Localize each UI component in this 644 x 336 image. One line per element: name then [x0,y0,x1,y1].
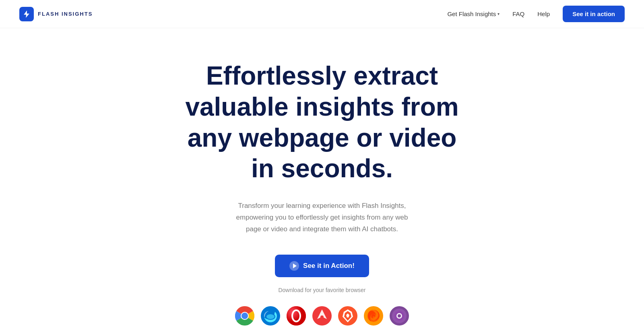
svg-point-18 [398,314,401,317]
svg-point-10 [320,315,324,319]
edge-icon[interactable] [261,306,280,326]
logo[interactable]: FLASH INSIGHTS [19,7,93,21]
play-icon [289,261,299,271]
hero-cta-button[interactable]: See it in Action! [275,255,369,277]
svg-point-5 [266,314,275,319]
logo-text: FLASH INSIGHTS [38,11,93,17]
navigation: FLASH INSIGHTS Get Flash Insights ▾ FAQ … [0,0,644,28]
opera-icon[interactable] [287,306,306,326]
nav-get-flash-insights-label: Get Flash Insights [447,10,496,17]
vivaldi-icon[interactable] [312,306,332,326]
tor-icon[interactable] [390,306,409,326]
svg-point-2 [242,313,248,319]
nav-cta-button[interactable]: See it in action [563,6,625,22]
play-triangle [293,263,297,268]
chevron-down-icon: ▾ [497,12,500,16]
hero-section: Effortlessly extract valuable insights f… [0,28,644,336]
nav-links: Get Flash Insights ▾ FAQ Help See it in … [447,6,625,22]
nav-faq[interactable]: FAQ [512,10,524,17]
hero-subtitle: Transform your learning experience with … [229,200,415,235]
brave-icon[interactable] [338,306,357,326]
nav-help-label: Help [537,10,550,17]
flash-icon [22,10,31,19]
svg-point-7 [287,306,306,326]
hero-cta-label: See it in Action! [303,262,355,270]
browser-icons-row [235,306,409,326]
chrome-icon[interactable] [235,306,254,326]
nav-help[interactable]: Help [537,10,550,17]
nav-get-flash-insights[interactable]: Get Flash Insights ▾ [447,10,500,17]
nav-faq-label: FAQ [512,10,524,17]
hero-title: Effortlessly extract valuable insights f… [181,60,463,184]
download-label: Download for your favorite browser [278,287,365,293]
logo-icon [19,7,34,21]
firefox-icon[interactable] [364,306,383,326]
